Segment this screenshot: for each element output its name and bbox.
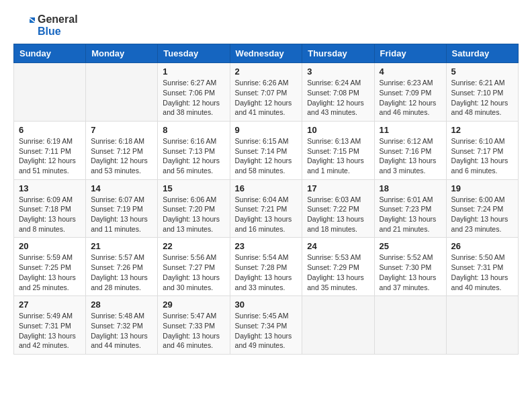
day-cell: 18Sunrise: 6:01 AM Sunset: 7:23 PM Dayli… — [374, 179, 446, 238]
day-number: 26 — [451, 241, 513, 251]
day-info: Sunrise: 5:54 AM Sunset: 7:28 PM Dayligh… — [235, 253, 298, 292]
day-cell: 29Sunrise: 5:47 AM Sunset: 7:33 PM Dayli… — [158, 296, 230, 355]
day-info: Sunrise: 6:24 AM Sunset: 7:08 PM Dayligh… — [307, 78, 369, 118]
day-cell: 19Sunrise: 6:00 AM Sunset: 7:24 PM Dayli… — [446, 179, 518, 238]
day-number: 4 — [380, 66, 441, 77]
day-cell: 10Sunrise: 6:13 AM Sunset: 7:15 PM Dayli… — [302, 121, 374, 179]
day-number: 14 — [91, 183, 152, 193]
weekday-header-wednesday: Wednesday — [230, 44, 302, 63]
day-cell: 27Sunrise: 5:49 AM Sunset: 7:31 PM Dayli… — [14, 296, 86, 355]
day-cell: 26Sunrise: 5:50 AM Sunset: 7:31 PM Dayli… — [446, 238, 518, 296]
day-number: 30 — [235, 300, 298, 310]
day-cell — [374, 296, 446, 355]
day-number: 16 — [235, 183, 298, 193]
day-number: 1 — [163, 66, 224, 77]
header: General Blue — [13, 13, 519, 37]
day-info: Sunrise: 5:52 AM Sunset: 7:30 PM Dayligh… — [380, 253, 441, 292]
day-cell: 11Sunrise: 6:12 AM Sunset: 7:16 PM Dayli… — [374, 121, 446, 179]
day-cell: 24Sunrise: 5:53 AM Sunset: 7:29 PM Dayli… — [302, 238, 374, 296]
day-cell: 16Sunrise: 6:04 AM Sunset: 7:21 PM Dayli… — [230, 179, 302, 238]
week-row-2: 6Sunrise: 6:19 AM Sunset: 7:11 PM Daylig… — [14, 121, 519, 179]
day-cell: 21Sunrise: 5:57 AM Sunset: 7:26 PM Dayli… — [86, 238, 158, 296]
day-info: Sunrise: 6:18 AM Sunset: 7:12 PM Dayligh… — [91, 136, 152, 176]
day-number: 19 — [451, 183, 513, 193]
day-number: 17 — [307, 183, 369, 193]
day-cell — [86, 63, 158, 122]
day-number: 11 — [380, 125, 441, 135]
day-number: 6 — [19, 125, 81, 135]
weekday-header-sunday: Sunday — [14, 44, 86, 63]
day-info: Sunrise: 6:23 AM Sunset: 7:09 PM Dayligh… — [380, 78, 441, 118]
logo-text: General Blue — [38, 13, 78, 37]
day-cell: 6Sunrise: 6:19 AM Sunset: 7:11 PM Daylig… — [14, 121, 86, 179]
day-cell: 13Sunrise: 6:09 AM Sunset: 7:18 PM Dayli… — [14, 179, 86, 238]
day-cell: 4Sunrise: 6:23 AM Sunset: 7:09 PM Daylig… — [374, 63, 446, 122]
day-cell: 12Sunrise: 6:10 AM Sunset: 7:17 PM Dayli… — [446, 121, 518, 179]
day-number: 25 — [380, 241, 441, 251]
day-cell: 28Sunrise: 5:48 AM Sunset: 7:32 PM Dayli… — [86, 296, 158, 355]
day-info: Sunrise: 6:07 AM Sunset: 7:19 PM Dayligh… — [91, 195, 152, 234]
day-number: 8 — [163, 125, 224, 135]
weekday-header-monday: Monday — [86, 44, 158, 63]
day-cell — [446, 296, 518, 355]
day-cell: 7Sunrise: 6:18 AM Sunset: 7:12 PM Daylig… — [86, 121, 158, 179]
day-cell: 17Sunrise: 6:03 AM Sunset: 7:22 PM Dayli… — [302, 179, 374, 238]
day-info: Sunrise: 5:59 AM Sunset: 7:25 PM Dayligh… — [19, 253, 81, 292]
day-number: 12 — [451, 125, 513, 135]
day-info: Sunrise: 5:47 AM Sunset: 7:33 PM Dayligh… — [163, 311, 224, 351]
day-info: Sunrise: 6:04 AM Sunset: 7:21 PM Dayligh… — [235, 195, 298, 234]
day-info: Sunrise: 5:56 AM Sunset: 7:27 PM Dayligh… — [163, 253, 224, 292]
day-number: 9 — [235, 125, 298, 135]
day-cell: 22Sunrise: 5:56 AM Sunset: 7:27 PM Dayli… — [158, 238, 230, 296]
day-number: 21 — [91, 241, 152, 251]
day-cell: 15Sunrise: 6:06 AM Sunset: 7:20 PM Dayli… — [158, 179, 230, 238]
day-number: 10 — [307, 125, 369, 135]
day-info: Sunrise: 6:21 AM Sunset: 7:10 PM Dayligh… — [451, 78, 513, 118]
day-info: Sunrise: 6:06 AM Sunset: 7:20 PM Dayligh… — [163, 195, 224, 234]
day-cell: 25Sunrise: 5:52 AM Sunset: 7:30 PM Dayli… — [374, 238, 446, 296]
day-number: 13 — [19, 183, 81, 193]
day-info: Sunrise: 6:16 AM Sunset: 7:13 PM Dayligh… — [163, 136, 224, 176]
day-number: 5 — [451, 66, 513, 77]
day-info: Sunrise: 5:53 AM Sunset: 7:29 PM Dayligh… — [307, 253, 369, 292]
day-number: 7 — [91, 125, 152, 135]
day-info: Sunrise: 5:57 AM Sunset: 7:26 PM Dayligh… — [91, 253, 152, 292]
day-cell: 14Sunrise: 6:07 AM Sunset: 7:19 PM Dayli… — [86, 179, 158, 238]
day-cell: 2Sunrise: 6:26 AM Sunset: 7:07 PM Daylig… — [230, 63, 302, 122]
week-row-3: 13Sunrise: 6:09 AM Sunset: 7:18 PM Dayli… — [14, 179, 519, 238]
logo: General Blue — [13, 13, 78, 37]
day-info: Sunrise: 5:45 AM Sunset: 7:34 PM Dayligh… — [235, 311, 298, 351]
day-number: 3 — [307, 66, 369, 77]
day-number: 18 — [380, 183, 441, 193]
day-number: 15 — [163, 183, 224, 193]
day-number: 27 — [19, 300, 81, 310]
week-row-5: 27Sunrise: 5:49 AM Sunset: 7:31 PM Dayli… — [14, 296, 519, 355]
day-number: 20 — [19, 241, 81, 251]
weekday-header-thursday: Thursday — [302, 44, 374, 63]
logo-svg — [13, 15, 35, 36]
week-row-4: 20Sunrise: 5:59 AM Sunset: 7:25 PM Dayli… — [14, 238, 519, 296]
weekday-header-friday: Friday — [374, 44, 446, 63]
day-info: Sunrise: 6:13 AM Sunset: 7:15 PM Dayligh… — [307, 136, 369, 176]
weekday-header-row: SundayMondayTuesdayWednesdayThursdayFrid… — [14, 44, 519, 63]
day-info: Sunrise: 5:50 AM Sunset: 7:31 PM Dayligh… — [451, 253, 513, 292]
day-number: 23 — [235, 241, 298, 251]
day-cell: 30Sunrise: 5:45 AM Sunset: 7:34 PM Dayli… — [230, 296, 302, 355]
day-cell: 1Sunrise: 6:27 AM Sunset: 7:06 PM Daylig… — [158, 63, 230, 122]
weekday-header-tuesday: Tuesday — [158, 44, 230, 63]
day-info: Sunrise: 6:15 AM Sunset: 7:14 PM Dayligh… — [235, 136, 298, 176]
day-info: Sunrise: 5:49 AM Sunset: 7:31 PM Dayligh… — [19, 311, 81, 351]
day-number: 2 — [235, 66, 298, 77]
day-info: Sunrise: 6:01 AM Sunset: 7:23 PM Dayligh… — [380, 195, 441, 234]
weekday-header-saturday: Saturday — [446, 44, 518, 63]
day-info: Sunrise: 6:03 AM Sunset: 7:22 PM Dayligh… — [307, 195, 369, 234]
day-cell: 5Sunrise: 6:21 AM Sunset: 7:10 PM Daylig… — [446, 63, 518, 122]
day-cell — [302, 296, 374, 355]
day-cell: 23Sunrise: 5:54 AM Sunset: 7:28 PM Dayli… — [230, 238, 302, 296]
day-info: Sunrise: 5:48 AM Sunset: 7:32 PM Dayligh… — [91, 311, 152, 351]
day-info: Sunrise: 6:26 AM Sunset: 7:07 PM Dayligh… — [235, 78, 298, 118]
calendar: SundayMondayTuesdayWednesdayThursdayFrid… — [13, 44, 519, 355]
day-cell: 8Sunrise: 6:16 AM Sunset: 7:13 PM Daylig… — [158, 121, 230, 179]
day-number: 22 — [163, 241, 224, 251]
week-row-1: 1Sunrise: 6:27 AM Sunset: 7:06 PM Daylig… — [14, 63, 519, 122]
